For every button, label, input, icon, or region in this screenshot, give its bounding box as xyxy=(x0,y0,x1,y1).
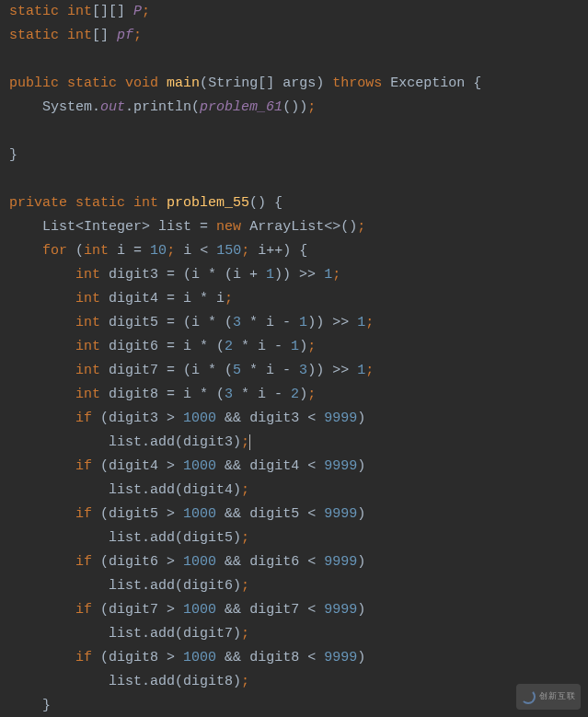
var: digit6 xyxy=(183,578,233,594)
method-call: list.add xyxy=(109,626,175,642)
kw-int: int xyxy=(67,28,92,43)
type-exception: Exception xyxy=(390,75,465,91)
kw-int: int xyxy=(75,387,100,402)
semi: ; xyxy=(167,243,175,259)
op-and: && xyxy=(225,602,241,618)
var: digit3 xyxy=(109,411,158,426)
code-line: if (digit6 > 1000 && digit6 < 9999) xyxy=(9,550,579,574)
num: 1000 xyxy=(183,650,216,665)
code-line: int digit7 = (i * (5 * i - 3)) >> 1; xyxy=(9,359,579,383)
code-line: list.add(digit8); xyxy=(9,670,579,694)
method-problem55: problem_55 xyxy=(167,195,249,211)
method-call: list.add xyxy=(109,434,175,450)
type-string: String xyxy=(208,75,258,91)
field-out: out xyxy=(100,99,125,115)
code-line: int digit3 = (i * (i + 1)) >> 1; xyxy=(9,263,579,287)
num: 9999 xyxy=(324,554,357,570)
num: 1 xyxy=(324,267,332,283)
op-and: && xyxy=(225,650,241,665)
var: digit3 xyxy=(183,434,233,450)
kw-for: for xyxy=(42,243,67,259)
num: 9999 xyxy=(324,506,357,522)
num: 3 xyxy=(299,363,307,378)
code-line: int digit8 = i * (3 * i - 2); xyxy=(9,383,579,407)
num: 9999 xyxy=(324,458,357,474)
var: digit5 xyxy=(183,530,233,546)
semi: ; xyxy=(133,28,142,43)
code-line: } xyxy=(9,694,579,717)
type-integer: Integer xyxy=(84,219,142,235)
num: 3 xyxy=(233,315,241,330)
blank-line xyxy=(9,168,579,191)
code-line: list.add(digit7); xyxy=(9,622,579,646)
var: digit4 xyxy=(109,291,158,306)
var: digit4 xyxy=(183,482,233,498)
code-line: System.out.println(problem_61()); xyxy=(9,96,579,120)
semi: ; xyxy=(241,674,249,689)
method-call: problem_61 xyxy=(200,99,282,115)
semi: ; xyxy=(307,387,316,402)
watermark-text: 创新互联 xyxy=(539,685,576,709)
kw-private: private xyxy=(9,195,67,211)
kw-if: if xyxy=(75,650,92,665)
brackets: [] xyxy=(258,75,274,91)
param-args: args xyxy=(282,75,316,91)
num: 1000 xyxy=(183,506,216,522)
kw-if: if xyxy=(75,554,92,570)
kw-new: new xyxy=(216,219,241,235)
op-and: && xyxy=(225,554,241,570)
code-line: static int[] pf; xyxy=(9,24,579,48)
semi: ; xyxy=(241,626,249,642)
code-line: if (digit4 > 1000 && digit4 < 9999) xyxy=(9,455,579,479)
code-line: list.add(digit4); xyxy=(9,479,579,503)
code-line: if (digit3 > 1000 && digit3 < 9999) xyxy=(9,407,579,431)
code-line: static int[][] P; xyxy=(9,0,579,24)
code-line: int digit6 = i * (2 * i - 1); xyxy=(9,335,579,359)
kw-int: int xyxy=(75,339,100,354)
var: digit7 xyxy=(109,363,158,378)
op-and: && xyxy=(225,506,241,522)
field-P: P xyxy=(133,4,142,19)
var: digit4 xyxy=(109,458,158,474)
num: 1 xyxy=(357,363,365,378)
num: 1 xyxy=(266,267,274,283)
code-line: List<Integer> list = new ArrayList<>(); xyxy=(9,215,579,239)
code-block: static int[][] P; static int[] pf; publi… xyxy=(9,0,579,717)
type-arraylist: ArrayList xyxy=(249,219,324,235)
num: 3 xyxy=(225,387,233,402)
kw-public: public xyxy=(9,75,59,91)
identifier: System xyxy=(42,99,92,115)
kw-static: static xyxy=(9,4,59,19)
kw-if: if xyxy=(75,602,92,618)
var: digit7 xyxy=(249,602,299,618)
field-pf: pf xyxy=(117,28,133,43)
kw-throws: throws xyxy=(332,75,382,91)
code-line: if (digit7 > 1000 && digit7 < 9999) xyxy=(9,598,579,622)
var: digit6 xyxy=(109,339,158,354)
var: digit5 xyxy=(109,315,158,330)
semi: ; xyxy=(241,482,249,498)
code-line: int digit4 = i * i; xyxy=(9,287,579,311)
var: digit7 xyxy=(109,602,158,618)
kw-int: int xyxy=(67,4,92,19)
code-line: list.add(digit5); xyxy=(9,526,579,550)
kw-int: int xyxy=(75,315,100,330)
text-cursor xyxy=(249,434,250,450)
var: digit3 xyxy=(249,411,299,426)
semi: ; xyxy=(241,530,249,546)
kw-int: int xyxy=(75,267,100,283)
kw-int: int xyxy=(75,291,100,306)
semi: ; xyxy=(365,315,374,330)
num: 2 xyxy=(225,339,233,354)
num: 9999 xyxy=(324,602,357,618)
blank-line xyxy=(9,120,579,144)
kw-if: if xyxy=(75,458,92,474)
code-line: int digit5 = (i * (3 * i - 1)) >> 1; xyxy=(9,311,579,335)
num: 9999 xyxy=(324,650,357,665)
kw-if: if xyxy=(75,506,92,522)
semi: ; xyxy=(142,4,150,19)
num: 1 xyxy=(299,315,307,330)
var: digit6 xyxy=(249,554,299,570)
method-call: println xyxy=(133,99,191,115)
num: 1000 xyxy=(183,554,216,570)
